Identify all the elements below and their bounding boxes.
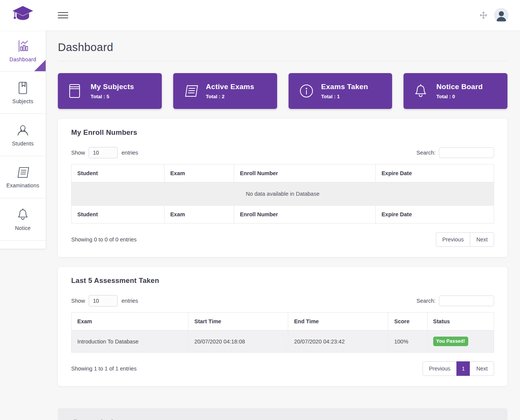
footer-title: Online Examination System bbox=[65, 418, 500, 420]
cell-start-time: 20/07/2020 04:18:08 bbox=[188, 331, 288, 353]
newspaper-icon bbox=[16, 166, 30, 179]
topbar bbox=[0, 0, 520, 30]
sidebar-item-notice[interactable]: Notice bbox=[0, 198, 46, 241]
stat-card-notice-board[interactable]: Notice Board Total : 0 bbox=[404, 73, 507, 109]
sidebar-item-label: Dashboard bbox=[10, 56, 36, 62]
page-size-control: Show entries bbox=[71, 295, 138, 307]
sidebar-item-label: Subjects bbox=[12, 98, 33, 104]
page-size-select[interactable] bbox=[89, 147, 118, 158]
sidebar-item-subjects[interactable]: Subjects bbox=[0, 72, 46, 114]
person-icon bbox=[16, 123, 30, 137]
search-control: Search: bbox=[416, 295, 494, 306]
entries-label: entries bbox=[121, 298, 138, 304]
hamburger-icon bbox=[58, 12, 68, 13]
book-icon bbox=[16, 81, 29, 95]
column-header-student[interactable]: Student bbox=[72, 164, 164, 182]
newspaper-icon bbox=[183, 83, 198, 99]
column-header-score[interactable]: Score bbox=[388, 313, 427, 331]
pagination: Previous Next bbox=[436, 232, 494, 247]
cell-status: You Passed! bbox=[427, 331, 494, 353]
footer-column-student: Student bbox=[72, 206, 164, 224]
footer-column-expire-date: Expire Date bbox=[376, 206, 494, 224]
pagination: Previous 1 Next bbox=[423, 361, 494, 376]
sidebar-item-label: Notice bbox=[15, 225, 31, 231]
show-label: Show bbox=[71, 150, 85, 156]
table-footer-row: Student Exam Enroll Number Expire Date bbox=[72, 206, 494, 224]
cell-exam: Introduction To Database bbox=[72, 331, 188, 353]
column-header-start-time[interactable]: Start Time bbox=[188, 313, 288, 331]
main-content: Dashboard My Subjects Total : 5 bbox=[46, 0, 520, 420]
page-1-button[interactable]: 1 bbox=[456, 361, 470, 376]
no-data-message: No data available in Database bbox=[72, 182, 494, 206]
column-header-exam[interactable]: Exam bbox=[72, 313, 188, 331]
page-size-select[interactable] bbox=[89, 295, 118, 307]
stat-card-my-subjects[interactable]: My Subjects Total : 5 bbox=[58, 73, 162, 109]
info-circle-icon bbox=[298, 83, 314, 99]
entries-label: entries bbox=[121, 150, 138, 156]
table-header-row: Exam Start Time End Time Score Status bbox=[72, 313, 494, 331]
page-title: Dashboard bbox=[58, 41, 507, 54]
search-label: Search: bbox=[416, 298, 435, 304]
assessment-panel: Last 5 Assessment Taken Show entries Sea… bbox=[58, 267, 507, 386]
title-divider bbox=[58, 61, 507, 61]
stat-title: Active Exams bbox=[206, 83, 254, 91]
active-corner-indicator bbox=[34, 60, 46, 71]
stat-title: My Subjects bbox=[91, 83, 134, 91]
stats-row: My Subjects Total : 5 Active Exams Total… bbox=[58, 73, 507, 109]
search-control: Search: bbox=[416, 147, 494, 158]
fullscreen-toggle-icon[interactable] bbox=[479, 11, 488, 20]
footer-column-exam: Exam bbox=[164, 206, 234, 224]
search-input[interactable] bbox=[439, 147, 494, 158]
user-avatar[interactable] bbox=[494, 8, 509, 22]
table-row: Introduction To Database 20/07/2020 04:1… bbox=[72, 331, 494, 353]
previous-page-button[interactable]: Previous bbox=[436, 232, 470, 247]
panel-title: Last 5 Assessment Taken bbox=[71, 276, 494, 285]
book-icon bbox=[68, 83, 83, 99]
stat-title: Exams Taken bbox=[321, 83, 368, 91]
next-page-button[interactable]: Next bbox=[470, 361, 494, 376]
column-header-exam[interactable]: Exam bbox=[164, 164, 234, 182]
sidebar-item-examinations[interactable]: Examinations bbox=[0, 156, 46, 198]
stat-total: Total : 0 bbox=[436, 94, 483, 99]
menu-toggle-button[interactable] bbox=[58, 10, 68, 20]
sidebar-item-students[interactable]: Students bbox=[0, 114, 46, 156]
app-logo[interactable] bbox=[0, 5, 46, 26]
bar-chart-icon bbox=[16, 39, 30, 53]
panel-title: My Enroll Numbers bbox=[71, 128, 494, 137]
sidebar-item-label: Students bbox=[12, 141, 34, 147]
enroll-numbers-table: Student Exam Enroll Number Expire Date N… bbox=[71, 164, 494, 224]
column-header-enroll-number[interactable]: Enroll Number bbox=[234, 164, 376, 182]
page-footer: Online Examination System © Developed By… bbox=[58, 408, 507, 420]
stat-card-active-exams[interactable]: Active Exams Total : 2 bbox=[173, 73, 277, 109]
stat-total: Total : 2 bbox=[206, 94, 254, 99]
stat-total: Total : 1 bbox=[321, 94, 368, 99]
column-header-end-time[interactable]: End Time bbox=[288, 313, 388, 331]
search-input[interactable] bbox=[439, 295, 494, 306]
stat-total: Total : 5 bbox=[91, 94, 134, 99]
sidebar-spacer bbox=[0, 241, 46, 249]
next-page-button[interactable]: Next bbox=[470, 232, 494, 247]
previous-page-button[interactable]: Previous bbox=[423, 361, 457, 376]
show-label: Show bbox=[71, 298, 85, 304]
enroll-numbers-panel: My Enroll Numbers Show entries Search: S… bbox=[58, 119, 507, 257]
page-size-control: Show entries bbox=[71, 147, 138, 158]
sidebar-item-dashboard[interactable]: Dashboard bbox=[0, 30, 46, 72]
sidebar: Dashboard Subjects Students bbox=[0, 30, 46, 249]
cell-end-time: 20/07/2020 04:23:42 bbox=[288, 331, 388, 353]
column-header-expire-date[interactable]: Expire Date bbox=[376, 164, 494, 182]
table-info: Showing 1 to 1 of 1 entries bbox=[71, 366, 137, 372]
sidebar-item-label: Examinations bbox=[6, 182, 39, 188]
assessment-table: Exam Start Time End Time Score Status In… bbox=[71, 312, 494, 353]
footer-column-enroll-number: Enroll Number bbox=[234, 206, 376, 224]
stat-card-exams-taken[interactable]: Exams Taken Total : 1 bbox=[289, 73, 392, 109]
bell-icon bbox=[413, 83, 429, 99]
table-info: Showing 0 to 0 of 0 entries bbox=[71, 236, 137, 243]
search-label: Search: bbox=[416, 150, 435, 156]
bell-icon bbox=[16, 208, 29, 222]
graduation-cap-icon bbox=[12, 5, 34, 26]
stat-title: Notice Board bbox=[436, 83, 483, 91]
column-header-status[interactable]: Status bbox=[427, 313, 494, 331]
cell-score: 100% bbox=[388, 331, 427, 353]
table-header-row: Student Exam Enroll Number Expire Date bbox=[72, 164, 494, 182]
empty-row: No data available in Database bbox=[72, 182, 494, 206]
